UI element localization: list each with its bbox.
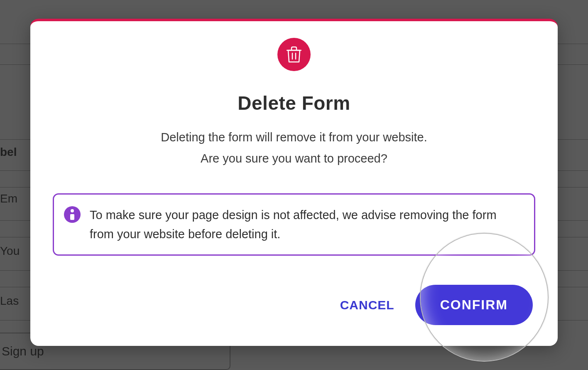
modal-overlay: Delete Form Deleting the form will remov… xyxy=(0,0,588,370)
trash-icon xyxy=(277,38,311,71)
confirm-button[interactable]: CONFIRM xyxy=(415,285,533,325)
dialog-actions: CANCEL CONFIRM xyxy=(47,285,541,325)
info-icon xyxy=(64,206,81,223)
info-callout: To make sure your page design is not aff… xyxy=(53,193,535,256)
info-text: To make sure your page design is not aff… xyxy=(90,205,521,244)
dialog-body-line1: Deleting the form will remove it from yo… xyxy=(47,127,541,148)
delete-form-dialog: Delete Form Deleting the form will remov… xyxy=(30,19,558,346)
cancel-button[interactable]: CANCEL xyxy=(340,298,394,312)
dialog-title: Delete Form xyxy=(47,92,541,114)
dialog-body: Deleting the form will remove it from yo… xyxy=(47,127,541,169)
dialog-body-line2: Are you sure you want to proceed? xyxy=(47,148,541,169)
